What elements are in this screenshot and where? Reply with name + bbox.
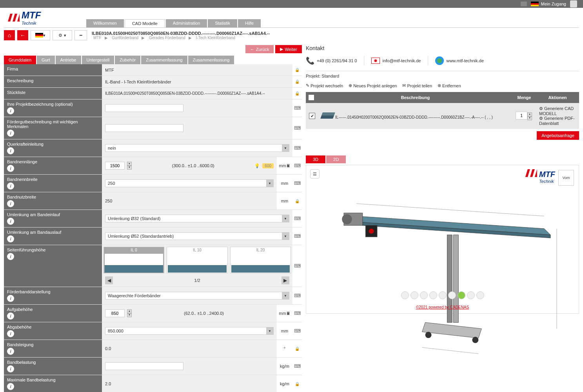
option-il20[interactable]: IL 20 <box>230 247 291 273</box>
input-bandlaenge[interactable] <box>105 162 125 170</box>
keyboard-icon[interactable] <box>292 139 302 157</box>
subtab-zubehoer[interactable]: Zubehör <box>115 56 140 64</box>
nav-tab-statistik[interactable]: Statistik <box>208 19 237 27</box>
viewer-tool-3[interactable] <box>420 291 428 299</box>
viewer-tool-1[interactable] <box>401 291 409 299</box>
viewer-tool-5[interactable] <box>439 291 447 299</box>
projekt-entfernen[interactable]: ⊗ Entfernen <box>438 83 461 88</box>
language-selector[interactable]: Mein Zugang <box>531 2 566 6</box>
nav-tab-cad[interactable]: CAD Modelle <box>125 19 165 27</box>
tool-dropdown-2[interactable]: ━ <box>74 30 87 40</box>
projekt-wechseln[interactable]: ✎ Projekt wechseln <box>306 83 343 88</box>
view-tab-2d[interactable]: 2D <box>326 155 346 163</box>
kontakt-email[interactable]: info@mtf-technik.de <box>371 58 421 64</box>
projekt-neu[interactable]: ⊕ Neues Projekt anlegen <box>349 83 397 88</box>
nav-tab-willkommen[interactable]: Willkommen <box>86 19 124 27</box>
img-prev[interactable]: ◀ <box>105 276 113 284</box>
tool-dropdown-1[interactable]: ⚙ ▾ <box>53 30 72 40</box>
home-button[interactable]: ⌂ <box>4 30 15 40</box>
select-foerderdar[interactable]: Waagerechte Förderbänder▼ <box>105 292 289 300</box>
keyboard-icon[interactable] <box>292 245 302 287</box>
info-icon[interactable]: i <box>7 348 14 355</box>
select-all-checkbox[interactable]: ✔ <box>308 94 314 101</box>
viewer-tool-2[interactable] <box>410 291 418 299</box>
select-querkraft[interactable]: nein▼ <box>105 144 289 152</box>
select-abgabe[interactable]: 850.000▼ <box>105 327 274 335</box>
input-foerdergut[interactable] <box>105 124 183 132</box>
viewer-footer[interactable]: ©2021 powered by CADENAS <box>306 305 579 309</box>
keyboard-icon[interactable] <box>292 99 302 117</box>
subtab-antriebe[interactable]: Antriebe <box>56 56 81 64</box>
subtab-gurt[interactable]: Gurt <box>37 56 54 64</box>
select-umlenk-aus[interactable]: Umlenkung Ø52 (Standardantrieb)▼ <box>105 232 289 240</box>
view-cube[interactable]: Vorn <box>558 170 574 186</box>
view-list-button[interactable]: ☰ <box>310 169 320 179</box>
language-dropdown[interactable]: ▾ <box>31 30 50 40</box>
keyboard-icon[interactable] <box>292 305 302 322</box>
info-icon[interactable]: i <box>7 147 14 154</box>
keyboard-icon[interactable] <box>292 228 302 245</box>
keyboard-icon[interactable] <box>292 322 302 340</box>
3d-viewer[interactable]: ☰ MTF Technik Vorn <box>306 165 579 314</box>
info-icon[interactable]: i <box>7 200 14 207</box>
keyboard-icon[interactable] <box>292 157 302 174</box>
keyboard-icon[interactable] <box>292 117 302 139</box>
info-icon[interactable]: i <box>7 330 14 337</box>
viewer-tool-4[interactable] <box>429 291 437 299</box>
nav-tab-admin[interactable]: Administration <box>166 19 207 27</box>
info-icon[interactable]: i <box>7 383 14 390</box>
subtab-untergestell[interactable]: Untergestell <box>82 56 114 64</box>
select-bandbreite[interactable]: 250▼ <box>105 179 274 187</box>
logo[interactable]: MTFTechnik <box>8 8 67 27</box>
keyboard-icon[interactable] <box>292 175 302 192</box>
viewer-tool-9[interactable] <box>476 291 484 299</box>
spinner-up[interactable]: ▲ <box>127 309 132 313</box>
info-icon[interactable]: i <box>7 218 14 225</box>
angebotsanfrage-button[interactable]: Angebotsanfrage <box>537 131 579 140</box>
info-icon[interactable]: i <box>7 235 14 242</box>
row-generate-cad[interactable]: ⚙ Generiere CAD MODELL <box>539 106 576 116</box>
option-il0[interactable]: IL 0 <box>104 247 164 273</box>
img-next[interactable]: ▶ <box>282 276 289 284</box>
kontakt-phone[interactable]: 📞+49 (0) 2261/94 31 0 <box>306 56 357 65</box>
row-generate-pdf[interactable]: ⚙ Generiere PDF-Datenblatt <box>539 116 576 126</box>
spinner-down[interactable]: ▼ <box>127 166 132 170</box>
viewer-tool-7[interactable] <box>458 291 465 299</box>
info-icon[interactable]: i <box>7 130 14 137</box>
input-bandbelastung[interactable] <box>105 362 183 370</box>
calc-icon[interactable]: 🖩 <box>286 163 291 168</box>
viewer-tool-6[interactable] <box>448 291 456 299</box>
select-umlenk-ein[interactable]: Umlenkung Ø32 (Standard)▼ <box>105 215 289 222</box>
calc-icon[interactable]: 🖩 <box>286 311 291 316</box>
info-icon[interactable]: i <box>7 182 14 190</box>
info-icon[interactable]: i <box>7 313 14 320</box>
weiter-button-top[interactable]: ▶ Weiter <box>275 45 302 53</box>
keyboard-icon[interactable] <box>292 358 302 375</box>
mail-icon[interactable] <box>521 2 527 6</box>
subtab-zusammenfassung1[interactable]: Zusammenfassung <box>141 56 187 64</box>
info-icon[interactable]: i <box>7 295 14 302</box>
subtab-zusammenfassung2[interactable]: Zusammenfassung <box>188 56 234 64</box>
input-projektbez[interactable] <box>105 104 183 112</box>
spinner-up[interactable]: ▲ <box>127 162 132 166</box>
back-button[interactable]: ← <box>17 30 28 40</box>
avatar[interactable] <box>570 0 577 7</box>
option-il10[interactable]: IL 10 <box>167 247 227 273</box>
spinner-down[interactable]: ▼ <box>127 313 132 317</box>
zurueck-button-top[interactable]: ← Zurück <box>245 45 274 53</box>
info-icon[interactable]: i <box>7 107 14 114</box>
menge-input[interactable] <box>516 112 527 119</box>
row-checkbox[interactable]: ✔ <box>309 113 315 119</box>
subtab-grunddaten[interactable]: Grunddaten <box>4 56 36 64</box>
kontakt-web[interactable]: www.mtf-technik.de <box>435 56 483 65</box>
projekt-teilen[interactable]: ✉ Projekt teilen <box>402 83 432 88</box>
info-icon[interactable]: i <box>7 253 14 260</box>
nav-tab-hilfe[interactable]: Hilfe <box>238 19 261 27</box>
viewer-tool-8[interactable] <box>467 291 475 299</box>
input-aufgabe[interactable] <box>105 309 125 317</box>
keyboard-icon[interactable] <box>292 210 302 227</box>
view-tab-3d[interactable]: 3D <box>306 155 325 163</box>
info-icon[interactable]: i <box>7 165 14 172</box>
keyboard-icon[interactable] <box>292 287 302 304</box>
info-icon[interactable]: i <box>7 365 14 372</box>
